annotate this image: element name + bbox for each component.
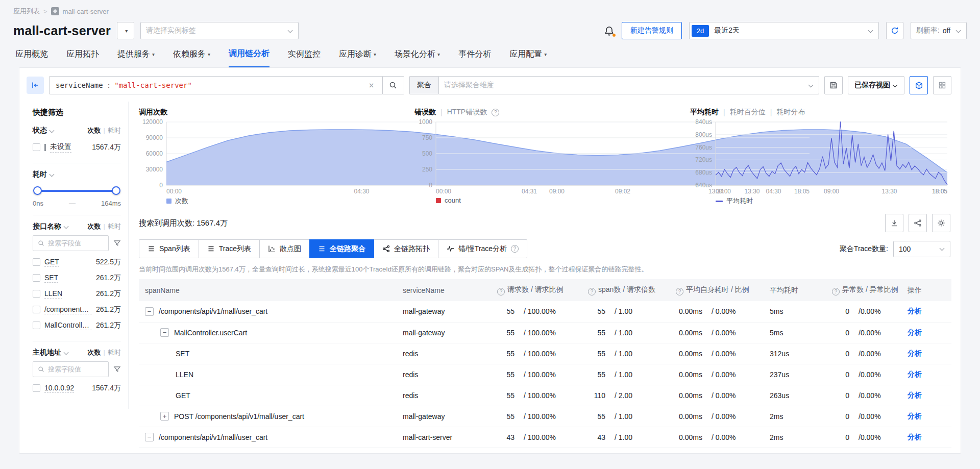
saved-views-button[interactable]: 已保存视图 [848, 76, 904, 94]
list-icon [207, 245, 215, 253]
funnel-icon[interactable] [113, 239, 121, 247]
analyze-link[interactable]: 分析 [908, 307, 922, 315]
tab-provided-services[interactable]: 提供服务▾ [117, 48, 155, 67]
checkbox[interactable] [33, 143, 40, 151]
filter-section-title-host[interactable]: 主机地址 [33, 348, 69, 357]
filter-section-title-status[interactable]: 状态 [33, 126, 55, 135]
chevron-down-icon [893, 82, 898, 87]
self-duration-cell: 0.00ms/ 0.00% [670, 364, 764, 385]
query-input[interactable]: serviceName : "mall-cart-server" × [49, 76, 383, 94]
sort-columns-label[interactable]: 次数|耗时 [88, 222, 121, 231]
caret-down-icon: ▾ [374, 52, 376, 57]
help-icon[interactable]: ? [497, 288, 505, 295]
help-icon[interactable]: ? [588, 288, 596, 295]
save-view-icon[interactable] [824, 76, 843, 94]
help-icon[interactable]: ? [676, 288, 683, 295]
checkbox[interactable] [33, 322, 40, 329]
filter-item[interactable]: /components/a...261.2万 [33, 302, 121, 317]
analyze-link[interactable]: 分析 [908, 412, 922, 420]
tab-overview[interactable]: 应用概览 [15, 48, 48, 67]
checkbox[interactable] [33, 258, 40, 266]
filter-item[interactable]: LLEN261.2万 [33, 286, 121, 302]
slider-handle-max[interactable] [112, 186, 120, 195]
funnel-icon[interactable] [113, 365, 121, 373]
help-icon[interactable]: ? [511, 245, 519, 253]
chart-title-option[interactable]: 耗时分布 [776, 108, 805, 117]
gear-icon[interactable] [932, 214, 950, 232]
svg-text:120000: 120000 [142, 118, 163, 126]
filter-item[interactable]: 10.0.0.921567.4万 [33, 380, 121, 396]
refresh-button[interactable] [886, 22, 903, 39]
filter-item[interactable]: MallController.u...261.2万 [33, 317, 121, 333]
collapse-row-icon[interactable]: − [145, 433, 154, 441]
sort-columns-label[interactable]: 次数|耗时 [88, 126, 121, 135]
legend-label[interactable]: count [445, 196, 461, 204]
tab-instance-monitor[interactable]: 实例监控 [288, 48, 321, 67]
filter-item[interactable]: 未设置1567.4万 [33, 139, 121, 155]
download-icon[interactable] [885, 214, 903, 232]
legend-label[interactable]: 平均耗时 [726, 196, 753, 206]
refresh-rate-select[interactable]: 刷新率: off [911, 22, 967, 39]
legend-label[interactable]: 次数 [175, 196, 188, 206]
chevron-down-icon [50, 128, 55, 133]
collapse-row-icon[interactable]: − [145, 307, 154, 316]
filter-item[interactable]: GET522.5万 [33, 254, 121, 270]
view-tab-full-link-topology[interactable]: 全链路拓扑 [374, 239, 438, 258]
filter-item[interactable]: SET261.2万 [33, 270, 121, 286]
help-icon[interactable]: ? [492, 109, 499, 116]
tab-scenario-analysis[interactable]: 场景化分析▾ [395, 48, 440, 67]
view-tab-trace-list[interactable]: Trace列表 [199, 239, 260, 258]
tab-dependent-services[interactable]: 依赖服务▾ [173, 48, 210, 67]
instance-tag-select[interactable]: 请选择实例标签 [140, 22, 299, 39]
legend-symbol [436, 198, 441, 203]
view-tab-span-list[interactable]: Span列表 [139, 239, 199, 258]
checkbox[interactable] [33, 274, 40, 282]
filter-item-label: 10.0.0.92 [44, 384, 74, 393]
slider-handle-min[interactable] [33, 186, 42, 195]
tab-app-diagnosis[interactable]: 应用诊断▾ [339, 48, 376, 67]
filter-search-input[interactable]: 搜索字段值 [33, 235, 109, 251]
collapse-row-icon[interactable]: − [160, 328, 169, 337]
view-tab-error-slow-trace[interactable]: 错/慢Trace分析? [438, 239, 527, 258]
analyze-link[interactable]: 分析 [908, 433, 922, 441]
sort-columns-label[interactable]: 次数|耗时 [88, 348, 121, 357]
aggregate-dimension-select[interactable]: 请选择聚合维度 [438, 76, 819, 94]
help-icon[interactable]: ? [832, 288, 840, 295]
filter-search-input[interactable]: 搜索字段值 [33, 361, 109, 377]
checkbox[interactable] [33, 384, 40, 392]
filter-section-title-duration[interactable]: 耗时 [33, 170, 55, 179]
app-switcher-button[interactable]: ▾ [117, 22, 134, 39]
cube-view-icon[interactable] [910, 76, 928, 94]
tab-event-analysis[interactable]: 事件分析 [458, 48, 491, 67]
search-button[interactable] [383, 76, 404, 94]
tab-topology[interactable]: 应用拓扑 [66, 48, 99, 67]
notification-bell-icon[interactable] [604, 26, 615, 36]
service-name: mall-gateway [397, 322, 491, 343]
filter-section-title-interface[interactable]: 接口名称 [33, 222, 69, 231]
analyze-link[interactable]: 分析 [908, 391, 922, 399]
duration-slider[interactable] [35, 186, 119, 195]
checkbox[interactable] [33, 290, 40, 298]
analyze-link[interactable]: 分析 [908, 328, 922, 336]
time-range-picker[interactable]: 2d 最近2天 [689, 22, 879, 39]
analyze-link[interactable]: 分析 [908, 370, 922, 378]
breadcrumb-root[interactable]: 应用列表 [13, 7, 40, 16]
grid-view-icon[interactable] [933, 76, 951, 94]
expand-row-icon[interactable]: + [160, 412, 169, 421]
view-tab-scatter[interactable]: 散点图 [259, 239, 310, 258]
title-row: mall-cart-server ▾ 请选择实例标签 新建告警规则 2d 最近2… [0, 16, 980, 39]
analyze-link[interactable]: 分析 [908, 349, 922, 357]
aggregate-trace-count-select[interactable]: 100 [893, 241, 950, 257]
tab-app-config[interactable]: 应用配置▾ [509, 48, 547, 67]
collapse-panel-icon[interactable] [27, 77, 44, 94]
view-tab-full-link-aggregate[interactable]: 全链路聚合 [309, 239, 374, 258]
chart-title-option[interactable]: 耗时百分位 [730, 108, 766, 117]
chart-title-option[interactable]: HTTP错误数 [447, 108, 487, 117]
clear-icon[interactable]: × [366, 80, 376, 90]
new-alarm-rule-button[interactable]: 新建告警规则 [622, 22, 682, 39]
checkbox[interactable] [33, 306, 40, 313]
self-duration-cell: 0.00ms/ 0.00% [670, 427, 764, 448]
error-count-cell: 0/0.00% [826, 343, 901, 364]
share-icon[interactable] [909, 214, 927, 232]
tab-trace-analysis[interactable]: 调用链分析 [229, 48, 270, 67]
